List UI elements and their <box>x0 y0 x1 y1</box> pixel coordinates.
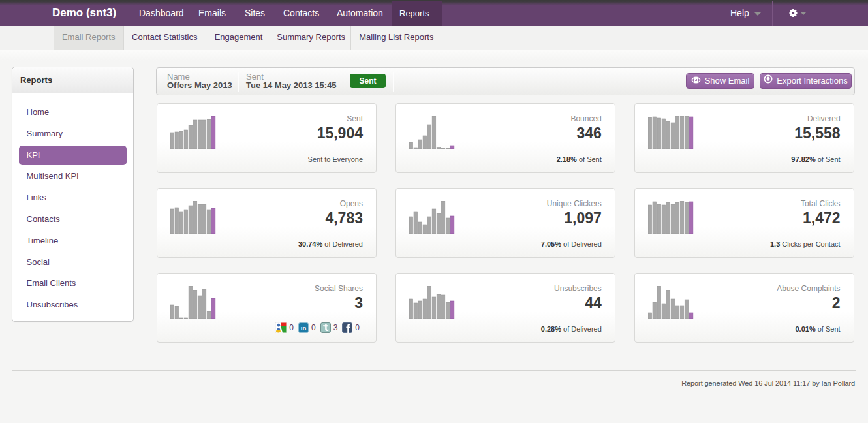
svg-text:in: in <box>301 324 307 332</box>
